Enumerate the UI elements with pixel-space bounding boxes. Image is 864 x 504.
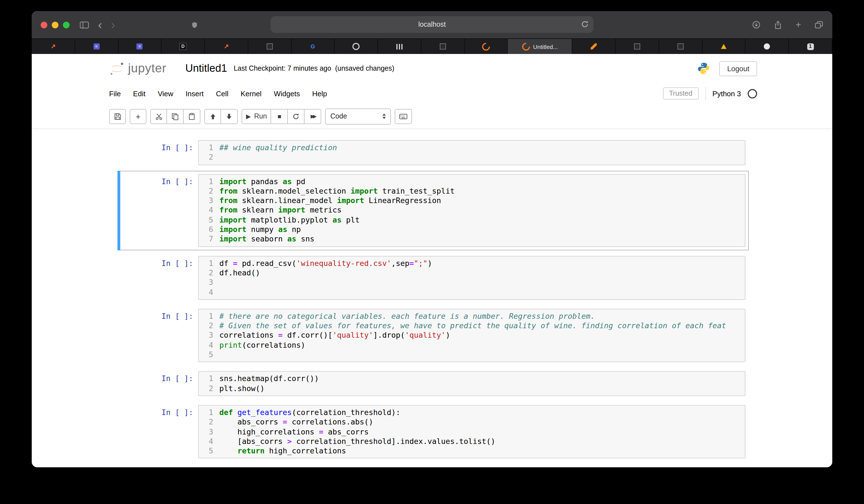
line-number: 2 — [199, 153, 213, 162]
line-number: 1 — [199, 408, 213, 418]
code-token: import — [219, 234, 247, 243]
restart-run-all-button[interactable]: ▶▶ — [305, 109, 322, 124]
move-cell-up-button[interactable] — [204, 109, 221, 124]
forward-button[interactable]: › — [111, 19, 115, 31]
minimize-window-button[interactable] — [52, 22, 58, 28]
copy-cell-button[interactable] — [167, 109, 184, 124]
downloads-button[interactable] — [752, 21, 760, 29]
share-button[interactable] — [774, 20, 782, 29]
menu-help[interactable]: Help — [306, 86, 334, 101]
browser-tab[interactable]: D — [162, 39, 205, 54]
command-palette-button[interactable] — [395, 109, 412, 124]
sidebar-toggle-button[interactable] — [80, 21, 89, 29]
browser-tab[interactable]: ≡ — [118, 39, 162, 54]
browser-tab[interactable] — [659, 39, 703, 54]
menu-widgets[interactable]: Widgets — [268, 86, 306, 101]
menu-cell[interactable]: Cell — [210, 86, 235, 101]
code-token: train_test_split — [378, 186, 455, 195]
browser-tab[interactable] — [746, 39, 789, 54]
browser-tab[interactable] — [465, 39, 508, 54]
line-number: 1 — [199, 311, 213, 321]
back-button[interactable]: ‹ — [98, 19, 102, 31]
line-number-gutter: 12345 — [199, 311, 217, 360]
line-number: 4 — [199, 437, 213, 446]
browser-tab[interactable]: 1 — [789, 39, 832, 54]
code-line: def get_features(correlation_threshold): — [219, 408, 745, 418]
unsaved-changes-status: (unsaved changes) — [335, 64, 394, 72]
input-prompt: In [ ]: — [121, 140, 198, 165]
menu-edit[interactable]: Edit — [127, 86, 152, 101]
notebook-toolbar: + — [32, 104, 832, 129]
code-input-area[interactable]: 1234df = pd.read_csv('winequality-red.cs… — [198, 256, 745, 299]
code-cell-5[interactable]: In [ ]:12sns.heatmap(df.corr())plt.show(… — [118, 368, 749, 399]
code-cell-2[interactable]: In [ ]:1234567import pandas as pdfrom sk… — [118, 171, 749, 250]
new-tab-button[interactable]: + — [795, 20, 801, 29]
code-token: def — [219, 408, 233, 417]
browser-tab[interactable] — [378, 39, 421, 54]
save-button[interactable] — [109, 109, 126, 124]
menu-file[interactable]: File — [103, 86, 127, 101]
square-dark-icon — [634, 44, 640, 50]
browser-tab[interactable]: G — [291, 39, 335, 54]
download-icon — [752, 21, 760, 29]
chevron-right-icon: › — [111, 19, 115, 31]
menu-kernel[interactable]: Kernel — [235, 86, 267, 101]
code-line: from sklearn.model_selection import trai… — [219, 186, 745, 196]
browser-tab[interactable]: ↗ — [32, 39, 75, 54]
paste-cell-button[interactable] — [184, 109, 201, 124]
restart-kernel-button[interactable] — [288, 109, 305, 124]
interrupt-kernel-button[interactable]: ■ — [272, 109, 288, 124]
browser-tab[interactable] — [702, 39, 746, 54]
equalizer-icon — [396, 44, 403, 49]
tab-overview-button[interactable] — [814, 21, 823, 29]
menu-view[interactable]: View — [152, 86, 180, 101]
code-cell-4[interactable]: In [ ]:12345# there are no categorical v… — [118, 305, 749, 366]
code-input-area[interactable]: 12## wine quality prediction — [198, 140, 745, 165]
python-logo-icon — [697, 62, 710, 75]
browser-tab[interactable]: ↗ — [205, 39, 248, 54]
trusted-badge[interactable]: Trusted — [663, 87, 699, 100]
jupyter-ring-icon — [520, 41, 531, 52]
close-window-button[interactable] — [41, 22, 47, 28]
code-cell-3[interactable]: In [ ]:1234df = pd.read_csv('winequality… — [118, 252, 749, 303]
line-number: 1 — [199, 143, 213, 153]
cell-type-select[interactable]: Code — [325, 108, 391, 124]
insert-cell-button[interactable]: + — [130, 109, 146, 124]
browser-tab[interactable]: ≡ — [75, 39, 119, 54]
code-token: = — [278, 331, 283, 340]
move-cell-down-button[interactable] — [221, 109, 238, 124]
code-line: from sklearn.linear_model import LinearR… — [219, 196, 745, 206]
code-input-area[interactable]: 12sns.heatmap(df.corr())plt.show() — [198, 371, 745, 396]
logout-button[interactable]: Logout — [719, 61, 757, 76]
badge-one-icon: 1 — [807, 43, 814, 50]
input-prompt: In [ ]: — [121, 371, 198, 396]
cut-cell-button[interactable] — [150, 109, 167, 124]
browser-tab[interactable] — [421, 39, 465, 54]
browser-tab[interactable] — [335, 39, 378, 54]
code-lines: def get_features(correlation_threshold):… — [217, 408, 745, 456]
code-lines: df = pd.read_csv('winequality-red.csv',s… — [217, 258, 745, 297]
browser-tab-active[interactable]: Untitled... — [508, 39, 573, 54]
line-number: 5 — [199, 446, 213, 456]
menu-bar: FileEditViewInsertCellKernelWidgetsHelp … — [32, 83, 832, 104]
notebook-title[interactable]: Untitled1 — [185, 62, 227, 75]
browser-tab[interactable] — [616, 39, 659, 54]
code-input-area[interactable]: 12345def get_features(correlation_thresh… — [198, 405, 745, 459]
code-token: > — [287, 437, 292, 446]
browser-tab[interactable] — [573, 39, 616, 54]
code-input-area[interactable]: 12345# there are no categorical variable… — [198, 309, 745, 362]
reload-button[interactable] — [581, 20, 589, 28]
menu-items: FileEditViewInsertCellKernelWidgetsHelp — [103, 86, 333, 101]
zoom-window-button[interactable] — [63, 22, 70, 28]
code-token: matplotlib.pyplot — [247, 215, 333, 224]
address-bar[interactable]: localhost — [271, 16, 593, 33]
code-input-area[interactable]: 1234567import pandas as pdfrom sklearn.m… — [198, 174, 745, 247]
run-cell-button[interactable]: ▶ Run — [242, 109, 272, 124]
menu-insert[interactable]: Insert — [180, 86, 210, 101]
code-lines: sns.heatmap(df.corr())plt.show() — [217, 374, 745, 393]
browser-tab[interactable] — [248, 39, 292, 54]
code-cell-1[interactable]: In [ ]:12## wine quality prediction — [118, 137, 749, 168]
code-token: import — [219, 215, 247, 224]
code-cell-6[interactable]: In [ ]:12345def get_features(correlation… — [118, 402, 749, 462]
jupyter-logo[interactable]: jupyter — [109, 61, 166, 76]
